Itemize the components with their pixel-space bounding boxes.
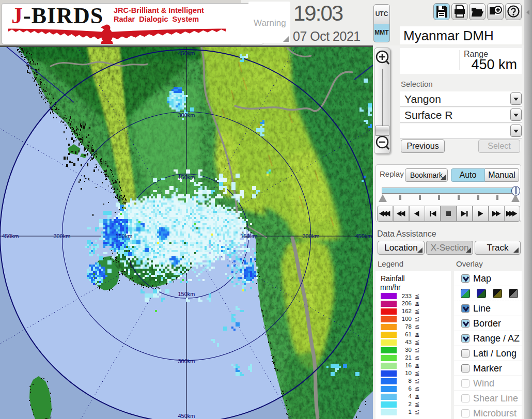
svg-text:300km: 300km [178, 112, 195, 118]
svg-text:450km: 450km [2, 233, 19, 239]
svg-text:450km: 450km [178, 50, 195, 56]
svg-text:300km: 300km [53, 233, 70, 239]
svg-text:150km: 150km [178, 291, 195, 297]
svg-text:300km: 300km [302, 233, 319, 239]
svg-text:150km: 150km [240, 233, 257, 239]
svg-text:450km: 450km [178, 413, 195, 419]
svg-text:300km: 300km [178, 358, 195, 364]
svg-text:150km: 150km [178, 174, 195, 180]
svg-text:150km: 150km [115, 233, 132, 239]
svg-text:450km: 450km [355, 233, 372, 239]
